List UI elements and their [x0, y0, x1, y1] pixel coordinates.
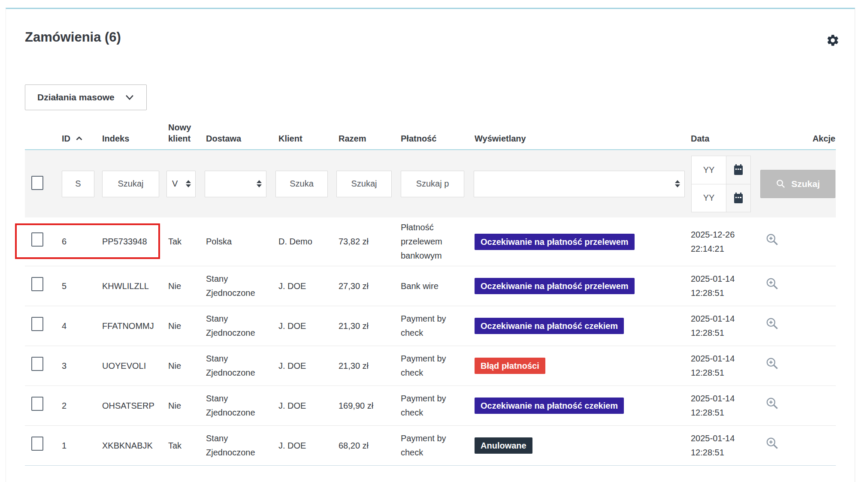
cell-akcje — [765, 277, 837, 295]
cell-klient: D. Demo — [273, 235, 333, 249]
order-time: 12:28:51 — [691, 406, 765, 420]
filter-klient-input[interactable] — [275, 171, 328, 197]
date-to-input[interactable] — [692, 184, 726, 212]
cell-data: 2025-01-14 12:28:51 — [684, 352, 765, 380]
view-details-button[interactable] — [765, 232, 780, 247]
cell-klient: J. DOE — [273, 439, 333, 453]
table-row: 2 OHSATSERP Nie Stany Zjednoczone J. DOE… — [25, 386, 836, 426]
cell-data: 2025-12-26 22:14:21 — [684, 228, 765, 256]
row-checkbox[interactable] — [31, 397, 43, 411]
cell-klient: J. DOE — [273, 279, 333, 293]
date-from-input[interactable] — [692, 156, 726, 184]
cell-nowy-klient: Nie — [163, 399, 200, 413]
view-details-button[interactable] — [765, 277, 780, 291]
view-details-button[interactable] — [765, 356, 780, 371]
zoom-in-icon — [765, 232, 780, 247]
cell-order-id: 4 — [48, 319, 97, 333]
status-badge: Błąd płatności — [475, 358, 545, 374]
settings-gear-button[interactable] — [825, 33, 841, 48]
status-badge: Oczekiwanie na płatność czekiem — [475, 318, 624, 334]
cell-akcje — [765, 356, 837, 375]
cell-dostawa: Stany Zjednoczone — [200, 312, 273, 340]
cell-wyswietlany: Oczekiwanie na płatność przelewem — [468, 234, 684, 250]
cell-nowy-klient: Tak — [163, 439, 200, 453]
table-row: 1 XKBKNABJK Tak Stany Zjednoczone J. DOE… — [25, 426, 836, 466]
cell-dostawa: Stany Zjednoczone — [200, 352, 273, 380]
cell-razem: 27,30 zł — [333, 279, 395, 293]
cell-wyswietlany: Oczekiwanie na płatność przelewem — [468, 278, 684, 294]
order-date: 2025-01-14 — [691, 431, 765, 446]
cell-data: 2025-01-14 12:28:51 — [684, 392, 765, 420]
table-row: 5 KHWLILZLL Nie Stany Zjednoczone J. DOE… — [25, 266, 836, 306]
cell-razem: 68,20 zł — [333, 439, 395, 453]
zoom-in-icon — [765, 277, 780, 291]
cell-order-id: 6 — [48, 235, 97, 249]
cell-wyswietlany: Oczekiwanie na płatność czekiem — [468, 318, 684, 334]
filter-id-input[interactable] — [62, 171, 94, 197]
cell-data: 2025-01-14 12:28:51 — [684, 431, 765, 460]
cell-nowy-klient: Nie — [163, 359, 200, 373]
cell-nowy-klient: Nie — [163, 319, 200, 333]
cell-wyswietlany: Błąd płatności — [468, 358, 684, 374]
cell-order-id: 2 — [48, 399, 97, 413]
bulk-actions-button[interactable]: Działania masowe — [25, 84, 147, 110]
filter-dostawa-select[interactable] — [205, 171, 266, 197]
indeks-value: FFATNOMMJ — [102, 319, 154, 333]
header-wyswietlany: Wyświetlany — [468, 133, 684, 144]
cell-platnosc: Payment by check — [395, 312, 468, 340]
header-klient: Klient — [273, 133, 333, 144]
select-all-checkbox[interactable] — [31, 176, 43, 190]
cell-order-id: 5 — [48, 279, 97, 293]
view-details-button[interactable] — [765, 396, 780, 411]
cell-platnosc: Payment by check — [395, 392, 468, 420]
header-id[interactable]: ID — [48, 133, 97, 144]
header-razem: Razem — [333, 133, 395, 144]
gear-icon — [826, 33, 840, 47]
filter-razem-input[interactable] — [336, 171, 392, 197]
filter-wyswietlany-select[interactable] — [474, 171, 685, 197]
filter-platnosc-input[interactable] — [401, 171, 464, 197]
calendar-to-button[interactable] — [726, 184, 750, 212]
order-time: 22:14:21 — [691, 242, 765, 256]
indeks-value: PP5733948 — [102, 235, 147, 249]
cell-indeks: FFATNOMMJ — [97, 319, 163, 333]
cell-klient: J. DOE — [273, 319, 333, 333]
status-badge: Anulowane — [475, 437, 532, 454]
indeks-value: XKBKNABJK — [102, 439, 153, 453]
order-time: 12:28:51 — [691, 446, 765, 460]
cell-akcje — [765, 436, 837, 455]
filter-row: V — [25, 150, 836, 217]
calendar-from-button[interactable] — [726, 156, 750, 184]
date-filter-group — [691, 156, 751, 212]
filter-nowy-klient-value: V — [172, 179, 186, 189]
row-checkbox[interactable] — [31, 357, 43, 371]
cell-dostawa: Stany Zjednoczone — [200, 272, 273, 300]
calendar-icon — [734, 164, 743, 175]
header-nowy-klient: Nowy klient — [163, 122, 200, 144]
cell-data: 2025-01-14 12:28:51 — [684, 272, 765, 300]
bulk-actions-label: Działania masowe — [37, 92, 115, 102]
row-checkbox[interactable] — [31, 317, 43, 331]
cell-platnosc: Płatność przelewem bankowym — [395, 220, 468, 263]
cell-order-id: 1 — [48, 439, 97, 453]
cell-indeks: UOYEVOLI — [97, 359, 163, 373]
view-details-button[interactable] — [765, 316, 780, 331]
cell-dostawa: Stany Zjednoczone — [200, 392, 273, 420]
row-checkbox[interactable] — [31, 277, 43, 291]
cell-akcje — [765, 396, 837, 415]
zoom-in-icon — [765, 316, 780, 331]
order-date: 2025-01-14 — [691, 272, 765, 286]
filter-indeks-input[interactable] — [102, 171, 159, 197]
filter-nowy-klient-select[interactable]: V — [166, 171, 196, 197]
indeks-value: KHWLILZLL — [102, 279, 149, 293]
row-checkbox[interactable] — [31, 437, 43, 451]
view-details-button[interactable] — [765, 436, 780, 451]
search-submit-button[interactable]: Szukaj — [760, 170, 835, 198]
indeks-value: UOYEVOLI — [102, 359, 146, 373]
cell-data: 2025-01-14 12:28:51 — [684, 312, 765, 340]
cell-platnosc: Bank wire — [395, 279, 468, 293]
cell-razem: 21,30 zł — [333, 359, 395, 373]
row-checkbox[interactable] — [31, 232, 43, 247]
status-badge: Oczekiwanie na płatność przelewem — [475, 278, 635, 294]
header-indeks: Indeks — [97, 133, 163, 144]
